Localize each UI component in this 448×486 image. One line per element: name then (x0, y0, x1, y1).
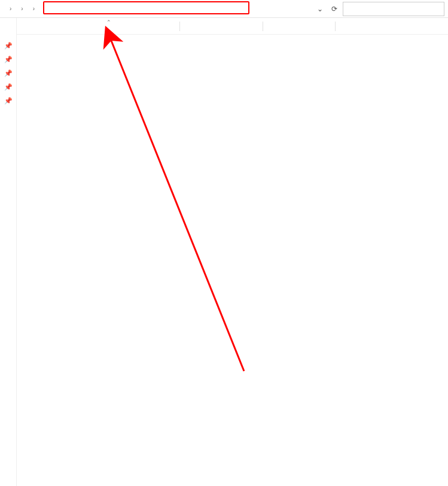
address-bar: › › › ⌄ ⟳ (0, 0, 448, 18)
file-panel: ⌃ (17, 18, 448, 486)
crumb-folder-1[interactable]: › (28, 4, 39, 13)
sort-indicator-icon: ⌃ (106, 19, 111, 25)
pin-icon[interactable]: 📌 (0, 83, 16, 91)
history-dropdown[interactable]: ⌄ (313, 2, 327, 16)
header-divider[interactable] (335, 22, 336, 31)
chevron-down-icon: ⌄ (317, 5, 323, 13)
pin-icon[interactable]: 📌 (0, 56, 16, 63)
pin-icon[interactable]: 📌 (0, 97, 16, 105)
crumb-drive[interactable]: › (16, 4, 28, 13)
header-divider[interactable] (179, 22, 180, 31)
breadcrumb[interactable]: › › › (2, 2, 310, 16)
quick-access-rail: 📌 📌 📌 📌 📌 (0, 18, 17, 486)
svg-line-0 (111, 41, 244, 371)
annotation-arrow (17, 18, 447, 486)
chevron-right-icon: › (33, 5, 35, 12)
pin-icon[interactable]: 📌 (0, 69, 16, 77)
crumb-folder-2[interactable] (39, 8, 44, 10)
chevron-right-icon: › (21, 5, 23, 12)
pin-icon[interactable]: 📌 (0, 42, 16, 50)
content-area: 📌 📌 📌 📌 📌 ⌃ (0, 18, 448, 486)
chevron-right-icon: › (10, 5, 11, 12)
crumb-root[interactable]: › (5, 4, 16, 13)
header-divider[interactable] (263, 22, 263, 31)
refresh-icon: ⟳ (331, 5, 337, 13)
search-input[interactable] (343, 2, 444, 16)
column-headers: ⌃ (17, 18, 448, 35)
refresh-button[interactable]: ⟳ (327, 2, 342, 16)
